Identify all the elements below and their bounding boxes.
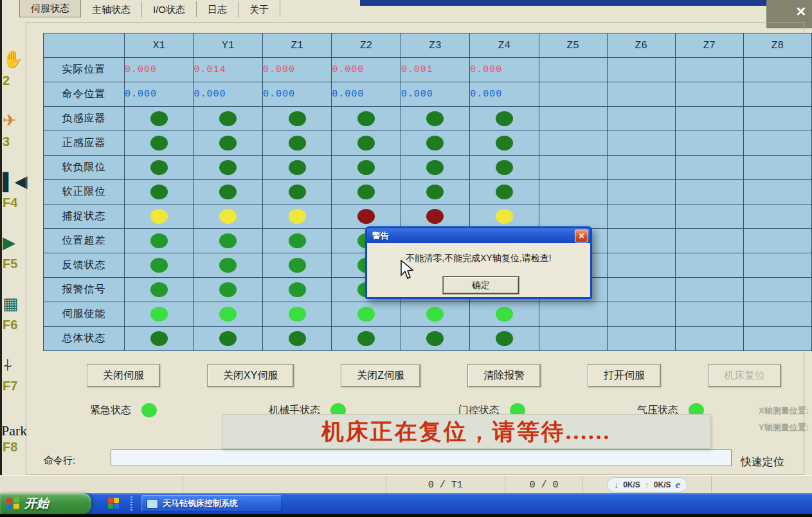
- statusbar-network-cell: ↓ 0K/S ↑ 0K/S e: [583, 476, 712, 494]
- sidebar-key-label: F6: [3, 317, 17, 332]
- indicator-cell: [401, 156, 469, 180]
- indicator-dot: [219, 307, 237, 322]
- sidebar-key-label: 2: [3, 73, 10, 88]
- indicator-cell: [262, 156, 331, 180]
- row-label: 实际位置: [44, 58, 125, 82]
- column-header-Z2: Z2: [332, 33, 401, 58]
- sidebar-key-label: F4: [3, 195, 17, 210]
- indicator-dot: [289, 258, 306, 273]
- column-header-X1: X1: [125, 33, 194, 58]
- indicator-cell: [194, 327, 262, 351]
- indicator-cell: [332, 131, 401, 156]
- button-关闭Z伺服[interactable]: 关闭Z伺服: [341, 364, 420, 387]
- statusbar-cell: [183, 476, 386, 494]
- row-label: 捕捉状态: [44, 204, 125, 229]
- row-label: 软正限位: [44, 180, 125, 204]
- statusbar-cell: [712, 476, 812, 494]
- row-label: 总体状态: [44, 327, 125, 351]
- indicator-cell: [539, 204, 607, 229]
- taskbar-app-button[interactable]: 天马钻铣床控制系统: [141, 495, 282, 512]
- indicator-cell: [194, 204, 262, 229]
- indicator-dot: [496, 136, 513, 150]
- ie-icon[interactable]: e: [676, 478, 681, 491]
- indicator-dot: [357, 160, 375, 175]
- indicator-dot: [289, 282, 306, 297]
- button-关闭伺服[interactable]: 关闭伺服: [87, 364, 160, 387]
- warning-dialog: 警告 ✕ 不能清零,不能完成XY轴复位,请检查! 确定: [365, 226, 592, 299]
- servo-table: X1Y1Z1Z2Z3Z4Z5Z6Z7Z8实际位置0.0000.0140.0000…: [43, 33, 812, 351]
- indicator-dot: [426, 136, 444, 150]
- tab-伺服状态[interactable]: 伺服状态: [19, 0, 81, 17]
- screen-bottom-edge: [0, 514, 812, 517]
- indicator-dot: [357, 136, 375, 150]
- table-row-总体状态: 总体状态: [44, 327, 812, 351]
- indicator-dot: [357, 209, 375, 224]
- sidebar-key-label: F8: [3, 439, 17, 455]
- value-cell: [675, 58, 743, 82]
- indicator-dot: [496, 111, 513, 126]
- indicator-dot: [289, 331, 306, 346]
- indicator-cell: [470, 180, 539, 204]
- indicator-cell: [332, 156, 401, 180]
- value-cell: [539, 58, 607, 82]
- close-window-icon[interactable]: ✕: [793, 4, 809, 19]
- value-cell: [539, 82, 607, 107]
- tab-I/O状态[interactable]: I/O状态: [142, 1, 197, 17]
- command-line-label: 命令行:: [44, 455, 75, 467]
- table-row-命令位置: 命令位置0.0000.0000.0000.0000.0000.000: [44, 82, 812, 107]
- indicator-cell: [607, 180, 675, 204]
- taskbar: 开始 天马钻铣床控制系统: [0, 493, 812, 514]
- indicator-dot: [150, 160, 168, 175]
- indicator-cell: [607, 131, 675, 156]
- row-label: 负感应器: [44, 107, 125, 131]
- value-cell: 0.001: [401, 58, 469, 82]
- quick-launch-icon[interactable]: [108, 498, 120, 509]
- indicator-cell: [401, 107, 469, 131]
- indicator-dot: [357, 185, 375, 199]
- indicator-cell: [194, 131, 262, 156]
- ok-button[interactable]: 确定: [443, 277, 519, 294]
- warning-dialog-titlebar[interactable]: 警告 ✕: [367, 228, 590, 243]
- start-button[interactable]: 开始: [0, 493, 91, 514]
- indicator-dot: [289, 233, 306, 248]
- indicator-dot: [150, 111, 168, 126]
- button-清除报警[interactable]: 清除报警: [467, 364, 541, 387]
- button-打开伺服[interactable]: 打开伺服: [588, 364, 661, 387]
- column-header-blank: [44, 33, 125, 58]
- row-label: 软负限位: [44, 156, 125, 180]
- indicator-dot: [289, 111, 306, 126]
- reset-wait-banner: 机床正在复位，请等待......: [222, 414, 710, 449]
- indicator-cell: [125, 204, 194, 229]
- tab-关于[interactable]: 关于: [239, 1, 280, 17]
- value-cell: 0.000: [125, 58, 194, 82]
- indicator-cell: [470, 204, 539, 229]
- indicator-cell: [262, 204, 331, 229]
- indicator-cell: [539, 180, 607, 204]
- indicator-cell: [262, 180, 331, 204]
- indicator-dot: [219, 160, 237, 175]
- indicator-dot: [426, 307, 444, 322]
- indicator-cell: [125, 302, 194, 327]
- indicator-cell: [539, 156, 607, 180]
- tab-主轴状态[interactable]: 主轴状态: [81, 1, 142, 17]
- indicator-cell: [262, 229, 331, 253]
- button-关闭XY伺服[interactable]: 关闭XY伺服: [207, 364, 294, 387]
- indicator-dot: [150, 136, 168, 150]
- sidebar-key-label: 3: [3, 134, 10, 149]
- command-line-input[interactable]: [111, 449, 732, 466]
- indicator-cell: [539, 302, 607, 327]
- limit-stop-icon: ▌◀: [3, 172, 27, 195]
- indicator-cell: [607, 327, 675, 351]
- quick-position-label: 快速定位: [741, 455, 784, 469]
- indicator-cell: [194, 107, 262, 131]
- indicator-cell: [743, 253, 811, 278]
- app-screen: 伺服状态主轴状态I/O状态日志关于 ✕ ✋2✈3▌◀F4▶F5▦F6⍭F7Par…: [0, 0, 812, 494]
- indicator-cell: [194, 253, 262, 278]
- tab-日志[interactable]: 日志: [197, 1, 239, 17]
- dialog-close-icon[interactable]: ✕: [575, 230, 588, 242]
- indicator-cell: [607, 156, 675, 180]
- indicator-cell: [470, 131, 539, 156]
- indicator-cell: [675, 131, 743, 156]
- indicator-cell: [470, 156, 539, 180]
- indicator-dot: [141, 403, 157, 417]
